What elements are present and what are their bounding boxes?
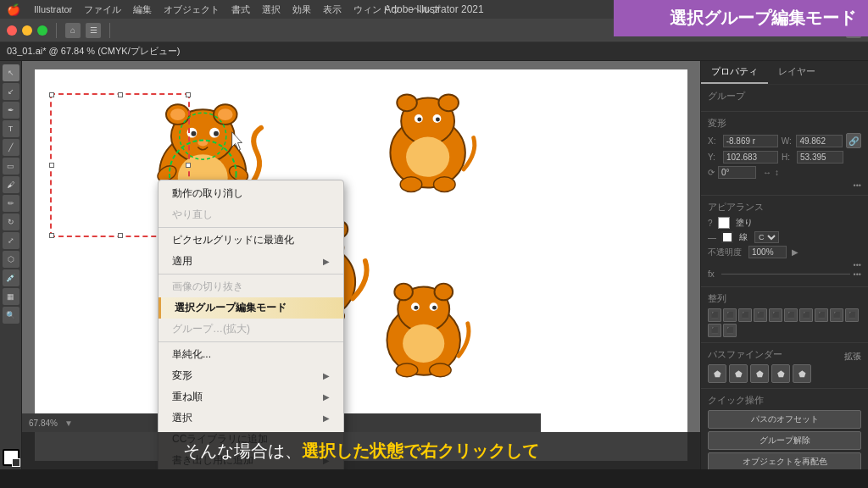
ctx-divider3 xyxy=(159,341,343,342)
home-icon[interactable]: ⌂ xyxy=(65,23,81,38)
svg-point-9 xyxy=(214,131,219,136)
fill-stroke-indicator[interactable] xyxy=(3,449,19,466)
align-top[interactable]: ⬛ xyxy=(754,308,767,322)
align-chart[interactable]: ⬛ xyxy=(723,324,737,337)
appearance-more[interactable]: ••• xyxy=(854,261,861,269)
x-input[interactable] xyxy=(723,135,778,147)
eyedropper-tool[interactable]: 💉 xyxy=(3,269,19,286)
align-center-v[interactable]: ⬛ xyxy=(769,308,782,322)
rotate-tool[interactable]: ↻ xyxy=(3,214,19,230)
stroke-label: 線 xyxy=(739,231,748,243)
menu-item-type[interactable]: 書式 xyxy=(231,3,250,16)
ctx-select-group-edit[interactable]: 選択グループ編集モード xyxy=(159,297,343,319)
fx-more[interactable]: ••• xyxy=(854,270,861,279)
appearance-title: アピアランス xyxy=(708,201,861,214)
zoom-tool[interactable]: 🔍 xyxy=(3,307,19,324)
pf-minus-front[interactable]: ⬟ xyxy=(729,364,748,383)
btn-ungroup[interactable]: グループ解除 xyxy=(708,431,861,450)
y-input[interactable] xyxy=(723,151,778,164)
angle-input[interactable] xyxy=(718,166,756,179)
rectangle-tool[interactable]: ▭ xyxy=(3,158,19,175)
distribute-h2[interactable]: ⬛ xyxy=(830,308,843,322)
align-right[interactable]: ⬛ xyxy=(738,308,752,322)
opacity-arrow[interactable]: ▶ xyxy=(792,247,798,257)
line-tool[interactable]: ╱ xyxy=(3,139,19,156)
align-center-h[interactable]: ⬛ xyxy=(723,308,737,322)
svg-point-3 xyxy=(170,108,186,120)
x-label: X: xyxy=(708,136,720,146)
ctx-arrange[interactable]: 重ね順 ▶ xyxy=(159,386,343,408)
opacity-row: 不透明度 ▶ xyxy=(708,246,861,258)
ctx-simplify[interactable]: 単純化... xyxy=(159,344,343,365)
pathfinder-expand[interactable]: 拡張 xyxy=(844,351,861,363)
w-label: W: xyxy=(782,136,793,146)
align-buttons: ⬛ ⬛ ⬛ ⬛ ⬛ ⬛ ⬛ ⬛ ⬛ ⬛ ⬛ ⬛ xyxy=(708,308,861,337)
btn-recolor[interactable]: オブジェクトを再配色 xyxy=(708,452,861,469)
link-proportions[interactable]: 🔗 xyxy=(846,133,861,148)
stroke-dash-mark: — xyxy=(708,233,716,242)
select-tool[interactable]: ↖ xyxy=(3,64,19,81)
direct-select-tool[interactable]: ↙ xyxy=(3,83,19,100)
btn-path-offset[interactable]: パスのオフセット xyxy=(708,410,861,429)
menu-item-file[interactable]: ファイル xyxy=(84,3,121,16)
file-tab[interactable]: 03_01.ai* @ 67.84 % (CMYK/プレビュー) xyxy=(7,45,180,58)
type-tool[interactable]: T xyxy=(3,120,19,137)
pf-exclude[interactable]: ⬟ xyxy=(771,364,790,383)
menu-item-effect[interactable]: 効果 xyxy=(292,3,311,16)
fx-line xyxy=(721,274,850,274)
arrange-icon[interactable]: ☰ xyxy=(86,23,101,38)
ctx-crop-image[interactable]: 画像の切り抜き xyxy=(159,276,343,297)
pen-tool[interactable]: ✒ xyxy=(3,102,19,119)
apple-menu[interactable]: 🍎 xyxy=(7,3,20,16)
blend-tool[interactable]: ⬡ xyxy=(3,251,19,268)
scale-tool[interactable]: ⤢ xyxy=(3,232,19,249)
align-left[interactable]: ⬛ xyxy=(708,308,721,322)
menu-item-edit[interactable]: 編集 xyxy=(133,3,152,16)
ctx-undo[interactable]: 動作の取り消し xyxy=(159,183,343,204)
tab-layers[interactable]: レイヤー xyxy=(768,61,826,84)
h-input[interactable] xyxy=(797,151,843,164)
transform-more[interactable]: ••• xyxy=(854,181,861,190)
svg-point-21 xyxy=(438,94,459,111)
distribute-spacing[interactable]: ⬛ xyxy=(708,324,721,337)
close-button[interactable] xyxy=(7,25,17,36)
reflect-v-icon: ↕ xyxy=(775,168,779,177)
menu-item-select[interactable]: 選択 xyxy=(262,3,281,16)
transform-angle-row: ⟳ ↔ ↕ xyxy=(708,166,861,179)
align-bottom[interactable]: ⬛ xyxy=(784,308,798,322)
menu-item-view[interactable]: 表示 xyxy=(323,3,342,16)
stroke-weight-select[interactable]: C xyxy=(754,231,779,243)
pf-intersect[interactable]: ⬟ xyxy=(750,364,769,383)
pf-divide[interactable]: ⬟ xyxy=(793,364,811,383)
w-input[interactable] xyxy=(796,135,843,147)
context-menu: 動作の取り消し やり直し ピクセルグリッドに最適化 適用 ▶ 画像の切り抜き 選… xyxy=(158,180,344,469)
ctx-apply[interactable]: 適用 ▶ xyxy=(159,251,343,272)
pencil-tool[interactable]: ✏ xyxy=(3,195,19,212)
svg-point-5 xyxy=(218,108,233,120)
toolbox: ↖ ↙ ✒ T ╱ ▭ 🖌 ✏ ↻ ⤢ ⬡ 💉 ▦ 🔍 xyxy=(0,61,22,469)
menu-item-illustrator[interactable]: Illustrator xyxy=(34,4,72,14)
stroke-swatch[interactable] xyxy=(721,231,733,243)
ctx-pixel-grid[interactable]: ピクセルグリッドに最適化 xyxy=(159,230,343,251)
minimize-button[interactable] xyxy=(22,25,32,36)
right-panel: プロパティ レイヤー グループ 変形 X: W: 🔗 Y: H: ⟳ xyxy=(700,61,868,469)
distribute-v[interactable]: ⬛ xyxy=(815,308,828,322)
ctx-group-expand[interactable]: グループ…(拡大) xyxy=(159,319,343,340)
ctx-select[interactable]: 選択 ▶ xyxy=(159,408,343,429)
toolbar-separator2 xyxy=(109,23,110,38)
menu-item-object[interactable]: オブジェクト xyxy=(164,3,220,16)
h-label: H: xyxy=(782,152,793,162)
ctx-transform[interactable]: 変形 ▶ xyxy=(159,365,343,386)
pf-unite[interactable]: ⬟ xyxy=(708,364,726,383)
opacity-input[interactable] xyxy=(748,246,787,258)
gradient-tool[interactable]: ▦ xyxy=(3,288,19,305)
tab-properties[interactable]: プロパティ xyxy=(701,61,768,84)
ctx-redo[interactable]: やり直し xyxy=(159,204,343,225)
group-title: グループ xyxy=(708,90,861,103)
distribute-v2[interactable]: ⬛ xyxy=(845,308,859,322)
y-label: Y: xyxy=(708,152,720,162)
fill-swatch[interactable] xyxy=(718,217,730,229)
distribute-h[interactable]: ⬛ xyxy=(799,308,813,322)
paintbrush-tool[interactable]: 🖌 xyxy=(3,176,19,193)
maximize-button[interactable] xyxy=(37,25,47,36)
